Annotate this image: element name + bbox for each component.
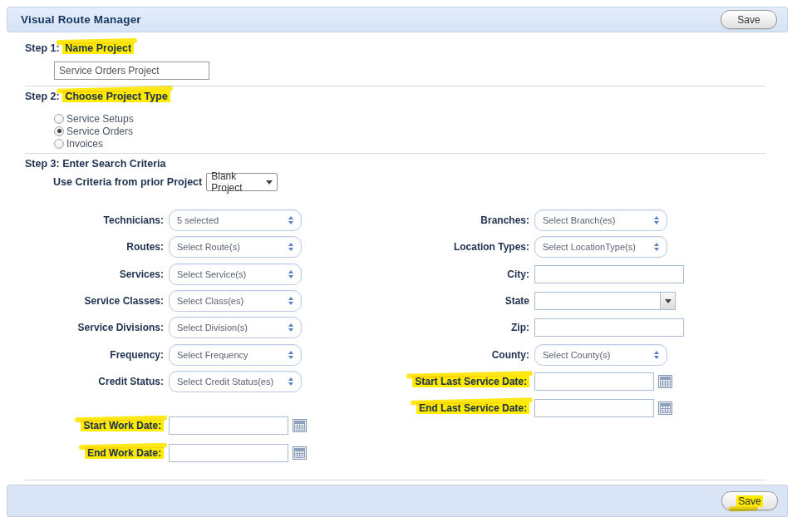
zip-input[interactable] (534, 318, 684, 337)
credit-status-select[interactable]: Select Credit Status(es) (169, 371, 302, 392)
field-row-credit-status: Credit Status: Select Credit Status(es) (25, 371, 302, 392)
end-work-date-calendar-button[interactable] (293, 446, 307, 460)
footer-bar: Save (7, 485, 788, 517)
zip-label: Zip: (366, 322, 529, 333)
radio-icon[interactable] (54, 114, 64, 124)
save-button-bottom[interactable]: Save (721, 491, 778, 510)
location-types-select[interactable]: Select LocationType(s) (534, 236, 667, 258)
routes-select[interactable]: Select Route(s) (169, 236, 302, 258)
routes-label: Routes: (25, 241, 164, 253)
credit-status-label: Credit Status: (25, 376, 164, 387)
calendar-icon (658, 401, 672, 415)
city-input[interactable] (534, 265, 684, 283)
field-row-state: State (366, 290, 676, 312)
radio-selected-icon[interactable] (54, 126, 64, 136)
county-select[interactable]: Select County(s) (534, 344, 667, 366)
updown-arrows-icon (288, 351, 293, 359)
radio-label: Service Orders (66, 126, 133, 137)
service-divisions-label: Service Divisions: (25, 322, 164, 333)
updown-arrows-icon (654, 216, 659, 224)
header-bar: Visual Route Manager Save (7, 7, 788, 32)
end-last-service-date-label: End Last Service Date: (366, 402, 529, 414)
step3-heading: Step 3: Enter Search Criteria (25, 158, 166, 170)
end-last-service-calendar-button[interactable] (658, 401, 672, 415)
prior-project-label: Use Criteria from prior Project (53, 176, 202, 188)
calendar-icon (658, 375, 672, 388)
frequency-select[interactable]: Select Frequency (169, 344, 302, 366)
field-row-city: City: (366, 264, 684, 285)
field-row-service-classes: Service Classes: Select Class(es) (25, 290, 302, 312)
service-classes-select[interactable]: Select Class(es) (169, 290, 302, 312)
dropdown-arrow-icon (665, 299, 672, 303)
updown-arrows-icon (288, 323, 293, 332)
end-work-date-input[interactable] (169, 444, 288, 462)
technicians-select[interactable]: 5 selected (169, 209, 302, 231)
updown-arrows-icon (654, 243, 659, 251)
prior-project-row: Use Criteria from prior Project Blank Pr… (53, 172, 278, 192)
radio-service-setups[interactable]: Service Setups (54, 112, 134, 125)
start-last-service-date-label: Start Last Service Date: (366, 376, 529, 387)
field-row-frequency: Frequency: Select Frequency (25, 344, 302, 366)
field-row-location-types: Location Types: Select LocationType(s) (366, 236, 667, 258)
branches-select[interactable]: Select Branch(es) (534, 209, 667, 231)
field-row-start-work-date: Start Work Date: (25, 415, 307, 436)
technicians-label: Technicians: (25, 214, 164, 226)
updown-arrows-icon (288, 297, 293, 305)
start-work-date-input[interactable] (169, 416, 288, 435)
prior-project-select[interactable]: Blank Project (206, 173, 278, 191)
county-label: County: (366, 349, 529, 361)
start-work-date-label: Start Work Date: (25, 420, 164, 431)
radio-label: Service Setups (66, 113, 134, 125)
start-last-service-calendar-button[interactable] (658, 375, 672, 388)
updown-arrows-icon (654, 351, 659, 359)
end-work-date-label: End Work Date: (25, 447, 164, 459)
step1-heading: Step 1: Name Project (25, 42, 134, 54)
radio-invoices[interactable]: Invoices (54, 137, 103, 150)
updown-arrows-icon (288, 243, 293, 251)
divider-step2 (25, 153, 765, 154)
city-label: City: (366, 268, 529, 280)
radio-label: Invoices (66, 138, 103, 150)
updown-arrows-icon (288, 377, 293, 386)
step2-title-highlighted: Choose Project Type (62, 91, 170, 102)
calendar-icon (293, 446, 307, 460)
field-row-county: County: Select County(s) (366, 344, 667, 366)
field-row-end-work-date: End Work Date: (25, 442, 307, 464)
field-row-end-last-service-date: End Last Service Date: (366, 397, 672, 419)
step1-title-highlighted: Name Project (62, 42, 134, 54)
updown-arrows-icon (288, 270, 293, 278)
service-classes-label: Service Classes: (25, 295, 164, 307)
save-button-top[interactable]: Save (721, 10, 777, 29)
location-types-label: Location Types: (366, 241, 529, 253)
combobox-dropdown-button[interactable] (660, 293, 675, 309)
end-last-service-date-input[interactable] (534, 399, 654, 417)
step1-prefix: Step 1: (25, 42, 60, 54)
start-work-date-calendar-button[interactable] (293, 419, 307, 432)
field-row-technicians: Technicians: 5 selected (25, 209, 302, 231)
field-row-services: Services: Select Service(s) (25, 264, 302, 285)
radio-service-orders[interactable]: Service Orders (54, 125, 133, 137)
services-select[interactable]: Select Service(s) (169, 264, 302, 285)
step2-prefix: Step 2: (25, 91, 60, 102)
updown-arrows-icon (288, 216, 293, 224)
field-row-routes: Routes: Select Route(s) (25, 236, 302, 258)
step2-heading: Step 2: Choose Project Type (25, 91, 170, 102)
page-title: Visual Route Manager (21, 13, 141, 26)
state-combobox[interactable] (534, 292, 676, 310)
field-row-start-last-service-date: Start Last Service Date: (366, 371, 672, 392)
dropdown-arrow-icon (266, 180, 273, 185)
divider-footer (25, 480, 765, 480)
branches-label: Branches: (366, 214, 529, 226)
start-last-service-date-input[interactable] (534, 372, 654, 391)
field-row-service-divisions: Service Divisions: Select Division(s) (25, 317, 302, 338)
field-row-zip: Zip: (366, 317, 684, 338)
frequency-label: Frequency: (25, 349, 164, 361)
prior-project-selected-value: Blank Project (211, 170, 266, 194)
radio-icon[interactable] (54, 139, 64, 149)
services-label: Services: (25, 268, 164, 280)
calendar-icon (293, 419, 307, 432)
state-label: State (366, 295, 529, 307)
project-name-input[interactable] (54, 62, 209, 80)
service-divisions-select[interactable]: Select Division(s) (169, 317, 302, 338)
field-row-branches: Branches: Select Branch(es) (366, 209, 667, 231)
